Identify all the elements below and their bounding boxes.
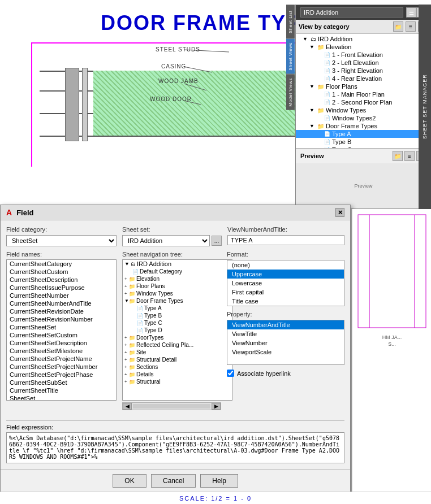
help-button[interactable]: Help	[200, 474, 238, 488]
names-item-1[interactable]: CurrentSheetCustom	[7, 268, 116, 276]
names-item-0[interactable]: CurrentSheetCategory	[7, 260, 116, 268]
names-item-4[interactable]: CurrentSheetNumber	[7, 292, 116, 299]
elevation-expand[interactable]: ▼	[309, 44, 317, 50]
nav-site[interactable]: + 📁 Site	[123, 349, 232, 356]
nav-structural[interactable]: + 📁 Structural	[123, 378, 232, 385]
dialog-close-btn[interactable]: ✕	[335, 208, 344, 217]
sheet-tree: ▼ 🗂 IRD Addition ▼ 📁 Elevation 📄 1 - Fro…	[296, 34, 431, 148]
nav-structural-detail[interactable]: + 📁 Structural Detail	[123, 356, 232, 363]
tree-window-types2[interactable]: 📄 Window Types2	[296, 114, 431, 122]
model-views-tab[interactable]: Model Views	[286, 74, 295, 110]
tree-front-elevation[interactable]: 📄 1 - Front Elevation	[296, 51, 431, 59]
nav-type-c[interactable]: 📄 Type C	[123, 319, 232, 327]
names-item-16[interactable]: CurrentSheetTitle	[7, 386, 116, 394]
nav-type-d[interactable]: 📄 Type D	[123, 327, 232, 334]
names-item-11[interactable]: CurrentSheetSetMilestone	[7, 347, 116, 355]
names-item-3[interactable]: CurrentSheetIssuePurpose	[7, 284, 116, 292]
format-lowercase[interactable]: Lowercase	[227, 279, 344, 288]
nav-window-types[interactable]: + 📁 Window Types	[123, 290, 232, 297]
scroll-right-btn[interactable]: ▶	[212, 403, 221, 410]
view-number-label: ViewNumberAndTitle:	[227, 226, 344, 233]
nav-elevation[interactable]: + 📁 Elevation	[123, 275, 232, 283]
tree-second-floor[interactable]: 📄 2 - Second Floor Plan	[296, 98, 431, 106]
nav-type-a[interactable]: 📄 Type A	[123, 305, 232, 312]
names-item-2[interactable]: CurrentSheetDescription	[7, 276, 116, 284]
right-cad-area: HM JA... S...	[352, 209, 431, 492]
property-view-number-title[interactable]: ViewNumberAndTitle	[227, 320, 344, 329]
ssm-label: SHEET SET MANAGER	[419, 5, 431, 209]
nav-floor-plans[interactable]: + 📁 Floor Plans	[123, 283, 232, 290]
tree-left-elevation[interactable]: 📄 2 - Left Elevation	[296, 59, 431, 67]
sheet-views-tab[interactable]: Sheet Views	[286, 38, 295, 74]
names-item-10[interactable]: CurrentSheetSetDescription	[7, 339, 116, 347]
preview-btn1[interactable]: 📁	[393, 151, 403, 161]
tree-type-b[interactable]: 📄 Type B	[296, 138, 431, 146]
tree-elevation-folder[interactable]: ▼ 📁 Elevation	[296, 43, 431, 51]
tree-door-frame-types-folder[interactable]: ▼ 📁 Door Frame Types	[296, 122, 431, 130]
panel-menu-btn[interactable]: ☰	[406, 7, 416, 18]
ok-button[interactable]: OK	[113, 474, 146, 488]
toolbar-btn-2[interactable]: ≡	[406, 21, 416, 32]
nav-scrollbar[interactable]: ◀ ▶	[122, 402, 221, 410]
nav-door-types[interactable]: + 📁 DoorTypes	[123, 334, 232, 341]
names-item-15[interactable]: CurrentSheetSubSet	[7, 379, 116, 386]
nav-door-frame-types[interactable]: ▼ 📁 Door Frame Types	[123, 297, 232, 305]
sheet-set-select[interactable]: IRD Addition	[122, 235, 210, 246]
nav-details[interactable]: + 📁 Details	[123, 371, 232, 378]
dialog-titlebar: A Field ✕	[1, 205, 350, 220]
tree-right-elevation[interactable]: 📄 3 - Right Elevation	[296, 67, 431, 75]
property-view-number[interactable]: ViewNumber	[227, 338, 344, 347]
property-view-title[interactable]: ViewTitle	[227, 329, 344, 338]
names-item-5[interactable]: CurrentSheetNumberAndTitle	[7, 299, 116, 307]
scroll-left-btn[interactable]: ◀	[123, 403, 132, 410]
nav-elevation-label: Elevation	[136, 276, 160, 282]
nav-type-c-label: Type C	[144, 320, 162, 326]
tree-floorplans-folder[interactable]: ▼ 📁 Floor Plans	[296, 82, 431, 90]
field-names-section: Field names: CurrentSheetCategory Curren…	[6, 251, 117, 416]
nav-default-cat[interactable]: 📄 Default Category	[123, 268, 232, 275]
tree-window-types-folder[interactable]: ▼ 📁 Window Types	[296, 106, 431, 114]
cancel-button[interactable]: Cancel	[151, 474, 196, 488]
tree-main-floor[interactable]: 📄 1 - Main Floor Plan	[296, 90, 431, 98]
format-uppercase[interactable]: Uppercase	[227, 270, 344, 279]
names-item-12[interactable]: CurrentSheetSetProjectName	[7, 355, 116, 363]
nav-sections[interactable]: + 📁 Sections	[123, 363, 232, 371]
tree-root[interactable]: ▼ 🗂 IRD Addition	[296, 35, 431, 43]
field-category-select[interactable]: SheetSet	[6, 235, 117, 246]
bottom-scale: SCALE: 1/2 = 1 - 0	[0, 492, 431, 504]
view-number-input[interactable]	[227, 235, 344, 245]
field-category-label: Field category:	[6, 226, 117, 233]
property-list: ViewNumberAndTitle ViewTitle ViewNumber …	[227, 320, 344, 365]
names-item-13[interactable]: CurrentSheetSetProjectNumber	[7, 363, 116, 371]
nav-root[interactable]: ▼ 🗂 IRD Addition	[123, 260, 232, 268]
tree-rear-elevation[interactable]: 📄 4 - Rear Elevation	[296, 75, 431, 82]
nav-sections-label: Sections	[136, 364, 158, 370]
preview-btn2[interactable]: ≡	[404, 151, 415, 161]
nav-reflected-ceiling[interactable]: + 📁 Reflected Ceiling Pla...	[123, 341, 232, 349]
second-floor-label: 2 - Second Floor Plan	[332, 99, 392, 106]
toolbar-btn-1[interactable]: 📁	[393, 21, 403, 32]
names-item-14[interactable]: CurrentSheetSetProjectPhase	[7, 371, 116, 379]
names-item-7[interactable]: CurrentSheetRevisionNumber	[7, 315, 116, 323]
dialog-title: Field	[16, 208, 33, 217]
format-none[interactable]: (none)	[227, 260, 344, 270]
steel-studs-text: STEEL STUDS	[156, 46, 200, 53]
format-first-capital[interactable]: First capital	[227, 288, 344, 297]
associate-hyperlink-checkbox[interactable]	[227, 370, 234, 377]
sheet-list-tab[interactable]: Sheet List	[286, 5, 295, 38]
view-number-section: ViewNumberAndTitle:	[227, 226, 344, 245]
names-item-8[interactable]: CurrentSheetSet	[7, 323, 116, 331]
view-category-label: View by category	[299, 23, 391, 30]
property-viewport-scale[interactable]: ViewportScale	[227, 347, 344, 357]
names-item-17[interactable]: SheetSet	[7, 394, 116, 401]
names-item-6[interactable]: CurrentSheetRevisionDate	[7, 307, 116, 315]
floorplans-expand[interactable]: ▼	[309, 84, 317, 89]
sheet-set-dropdown[interactable]: IRD Addition	[300, 7, 403, 18]
nav-floor-plans-label: Floor Plans	[136, 283, 165, 289]
nav-type-b[interactable]: 📄 Type B	[123, 312, 232, 319]
names-item-9[interactable]: CurrentSheetSetCustom	[7, 331, 116, 339]
sheet-set-browse-btn[interactable]: ...	[212, 236, 222, 246]
tree-type-a[interactable]: 📄 Type A	[296, 130, 431, 138]
root-expand[interactable]: ▼	[303, 36, 311, 42]
format-title-case[interactable]: Title case	[227, 297, 344, 306]
